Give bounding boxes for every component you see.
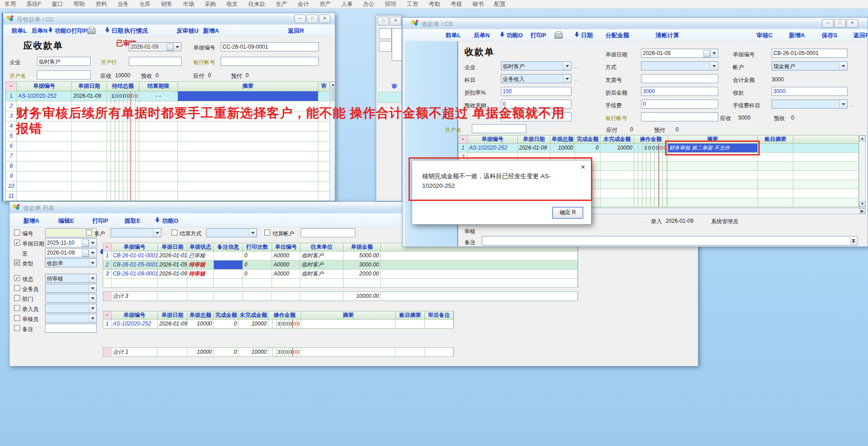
dropdown-button[interactable]: [89, 249, 96, 256]
table-row[interactable]: 1 AS-102020-252 2026-01-09 10000 0 10000…: [103, 320, 454, 329]
account-name-field[interactable]: [37, 70, 91, 80]
doc-no-cell[interactable]: AS-102020-252: [17, 91, 72, 101]
menu-item[interactable]: 仓库: [139, 0, 151, 8]
bank-account-field[interactable]: [641, 112, 718, 121]
allocate-amount-button[interactable]: 分配金额: [606, 31, 629, 40]
dropdown-arrow-icon[interactable]: [105, 27, 110, 33]
menu-item[interactable]: 资料: [96, 0, 107, 8]
bank-branch-field[interactable]: [129, 57, 182, 66]
menu-item[interactable]: 秘书: [472, 0, 484, 8]
summary-cell-selected[interactable]: [178, 91, 318, 101]
print-button[interactable]: 打印P: [92, 217, 108, 225]
audit-button[interactable]: 审核C: [757, 31, 772, 40]
filter-type-field[interactable]: 收款单: [45, 258, 97, 267]
menu-item[interactable]: 销售: [161, 0, 172, 8]
maximize-button[interactable]: □: [307, 15, 318, 23]
maximize-button[interactable]: □: [834, 19, 846, 28]
menu-item[interactable]: 招培: [385, 0, 396, 8]
dropdown-button[interactable]: [249, 229, 256, 236]
discount-rate-field[interactable]: 100: [501, 87, 571, 96]
table-row-selected[interactable]: 2 CB-26-01-05-0001 2026-01-05 待审核 0 A000…: [103, 261, 578, 270]
table-row[interactable]: 7: [6, 151, 329, 161]
dropdown-arrow-icon[interactable]: [575, 32, 579, 38]
add-button[interactable]: 新增A: [23, 217, 39, 225]
amount-cell[interactable]: 1000000: [107, 91, 139, 101]
filter-note-field[interactable]: [45, 324, 97, 333]
date-menu-button[interactable]: 日期: [111, 27, 123, 35]
close-button[interactable]: ✕: [390, 17, 401, 25]
filter-checkbox[interactable]: [264, 230, 270, 236]
minimize-button[interactable]: —: [294, 15, 306, 23]
enterprise-field[interactable]: 临时客户: [37, 57, 91, 66]
ok-button[interactable]: 确定 R: [552, 207, 583, 219]
unaudit-button[interactable]: 反审核U: [177, 27, 198, 35]
calendar-icon[interactable]: [82, 240, 89, 247]
filter-checkbox-checked[interactable]: ✓: [14, 275, 20, 281]
spinner-buttons[interactable]: [850, 237, 857, 245]
lookup-dots[interactable]: ..: [850, 102, 855, 107]
filter-state-field[interactable]: 待审核: [45, 274, 97, 283]
menu-item[interactable]: 采购: [205, 0, 216, 8]
menu-item[interactable]: 考勤: [429, 0, 440, 8]
footer-note-field[interactable]: [482, 236, 858, 246]
note-cell-selected[interactable]: [214, 261, 243, 270]
menu-item[interactable]: 人事: [341, 0, 353, 8]
table-row[interactable]: 6: [6, 141, 329, 151]
vertical-scrollbar[interactable]: ▲▼: [859, 135, 866, 207]
printer-icon[interactable]: [87, 28, 96, 34]
settle-calc-button[interactable]: 清帐计算: [656, 31, 679, 40]
filter-date-from-field[interactable]: 2025-11-10: [45, 238, 97, 247]
close-button[interactable]: ✕: [319, 15, 330, 23]
dropdown-button[interactable]: [89, 239, 96, 246]
dropdown-button[interactable]: [173, 43, 181, 50]
doc-date-field[interactable]: 2026-01-05: [641, 49, 718, 58]
filter-checkbox[interactable]: [14, 305, 20, 311]
doc-date-cell[interactable]: 2026-01-09: [72, 91, 107, 101]
menu-item[interactable]: 会计: [298, 0, 309, 8]
functions-menu-button[interactable]: 功能O: [506, 31, 523, 40]
cheque-field[interactable]: [641, 74, 718, 83]
filter-checkbox[interactable]: [14, 230, 20, 236]
receipt-field[interactable]: 3000: [772, 87, 848, 96]
filter-checkbox[interactable]: [86, 230, 92, 236]
filter-dept-field[interactable]: [45, 294, 97, 303]
dropdown-button[interactable]: [89, 305, 96, 312]
prev-doc-button[interactable]: 前单L: [11, 27, 27, 35]
enterprise-field[interactable]: 临时客户: [501, 61, 571, 70]
doc-no-field[interactable]: CC-26-01-09-0001: [221, 42, 319, 51]
filter-checkbox[interactable]: [14, 285, 20, 291]
dropdown-button[interactable]: [710, 62, 717, 70]
doc-date-field[interactable]: 2026-01-09: [129, 42, 182, 51]
bank-account-field[interactable]: [221, 57, 319, 66]
filter-auditor-field[interactable]: [45, 314, 97, 323]
doc-no-cell[interactable]: CB-26-01-05-0001: [111, 261, 158, 270]
menu-item[interactable]: 市场: [183, 0, 194, 8]
date-menu-button[interactable]: 日期: [581, 31, 593, 40]
filter-checkbox[interactable]: [14, 325, 20, 331]
table-row[interactable]: 9: [6, 171, 329, 181]
lookup-dots[interactable]: ..: [641, 218, 646, 223]
back-button[interactable]: 返回R: [853, 31, 868, 40]
filter-checkbox-checked[interactable]: ✓: [14, 240, 20, 246]
menu-item[interactable]: 资产: [319, 0, 331, 8]
menu-item[interactable]: 收支: [227, 0, 238, 8]
table-row[interactable]: 3 CB-26-01-09-0001 2026-01-09 待审核 0 A000…: [103, 270, 578, 279]
cb-titlebar[interactable]: 收款单 / CB — □ ✕: [403, 18, 868, 30]
discounted-field[interactable]: 3000: [641, 87, 718, 96]
filter-settle-method-field[interactable]: [206, 228, 257, 237]
dropdown-arrow-icon[interactable]: [500, 32, 505, 38]
prev-doc-button[interactable]: 前单L: [445, 31, 461, 40]
add-button[interactable]: 新增A: [789, 31, 805, 40]
scroll-right-icon[interactable]: ▶: [859, 208, 865, 214]
menu-item[interactable]: 窗口: [52, 0, 63, 8]
menu-item[interactable]: 帮助: [74, 0, 85, 8]
account-field[interactable]: 现金账户: [772, 61, 848, 70]
calendar-icon[interactable]: [167, 44, 173, 51]
scroll-thumb[interactable]: [330, 89, 335, 101]
doc-no-cell[interactable]: AS-102020-252: [111, 320, 158, 329]
dropdown-button[interactable]: [563, 75, 570, 82]
menu-item[interactable]: 常用: [5, 0, 16, 8]
menu-item[interactable]: 考核: [450, 0, 462, 8]
printer-icon[interactable]: [555, 33, 563, 39]
calendar-icon[interactable]: [703, 50, 710, 57]
